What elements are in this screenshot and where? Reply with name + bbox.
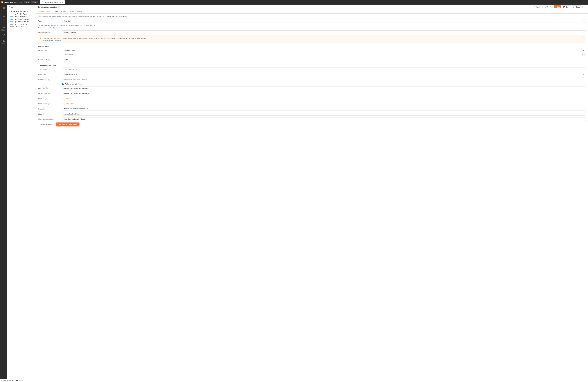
client-id-control [62,97,586,100]
state-control [62,112,586,116]
sidebar-item-apis[interactable]: APIs [0,12,7,18]
share-button[interactable]: 🔗 Share [572,5,581,8]
authorize-browser-label[interactable]: Authorize using browser [65,83,82,85]
alert-close-button[interactable]: ✕ [583,37,585,39]
configure-token-section[interactable]: ▼ Configure New Token [38,64,586,66]
access-token-input[interactable] [62,53,583,56]
tab-tests-label: Tests [70,10,74,12]
learn-more-variables-link[interactable]: Learn more about variables → [42,40,63,42]
console-label: Console [19,380,24,381]
list-item[interactable]: POST refreshToken [7,25,36,28]
list-item[interactable]: GET getRecentCycles [7,23,36,25]
type-label: Type [38,19,61,22]
list-item[interactable]: GET getProfileByToken [7,13,36,15]
sidebar-item-monitors[interactable]: Monitors [0,33,7,39]
scope-control [62,107,586,110]
console-button[interactable]: ⬛ Console [16,380,24,381]
new-button[interactable]: New [24,1,30,3]
scope-label: Scope i [38,107,61,110]
clear-cookies-info-icon: i [51,124,53,126]
add-collection-button[interactable]: + [9,5,10,8]
header-prefix-row: Header Prefix i [38,58,586,61]
tab-pre-request[interactable]: Pre-request Script [52,9,68,13]
token-name-label: Token Name [38,67,61,70]
request-title-area: SampleAppIntegration 🔗 [38,6,60,8]
active-tab[interactable]: 📄 SampleAppIntegra... ✕ [40,0,64,4]
list-item[interactable]: GET getRecentWorkouts [7,21,36,23]
add-tab-button[interactable]: + [65,1,67,3]
tab-variables[interactable]: Variables [75,9,85,13]
access-token-url-control [62,92,586,95]
type-select[interactable]: OAuth 2.0 [62,19,586,23]
fork-button[interactable]: ⑂ Fork 0 [544,6,552,8]
access-token-url-info-icon: i [52,92,54,94]
tab-more-button[interactable]: ... [67,1,69,3]
top-bar: Sample App Integration New Import 📄 Samp… [0,0,588,4]
client-id-input[interactable] [62,97,586,100]
more-button[interactable]: ... [582,6,586,8]
header-prefix-input[interactable] [62,58,586,61]
client-auth-select[interactable]: Send client credentials in body [62,117,586,121]
watch-button[interactable]: 👁 Watch 0 [532,6,543,8]
tab-pre-request-label: Pre-request Script [54,10,66,12]
run-button[interactable]: ▶ Run [554,5,561,8]
tab-tests[interactable]: Tests [68,9,75,13]
import-button[interactable]: Import [31,1,38,3]
endpoint-name: getProfileByToken [15,13,27,15]
request-title-link-icon: 🔗 [58,6,60,8]
tab-authorization[interactable]: Authorization [38,9,52,13]
token-name-control [62,67,586,71]
learn-more-auth-link[interactable]: Learn more about authorization → [38,27,62,29]
auth-notice: This authorization method will be used f… [38,15,586,17]
panel-more-button[interactable]: ··· [32,5,35,8]
state-input[interactable] [62,112,586,116]
list-item[interactable]: GET getRecentRecoveries [7,18,36,21]
tab-close-button[interactable]: ✕ [62,1,63,3]
authorize-browser-checkbox[interactable] [62,83,64,85]
sidebar-item-mock-servers[interactable]: Mock Servers [0,25,7,32]
tab-variables-label: Variables [77,10,84,12]
auth-data-select[interactable]: Request Headers [62,30,586,34]
access-token-label: Access Token [38,49,61,51]
list-item[interactable]: GET getRecentSleeps [7,15,36,18]
collection-header-item[interactable]: ▼ SampleAppIntegration 🔗 [7,10,36,13]
auth-url-control [62,86,586,90]
find-replace-button[interactable]: 🔍 Find and Replace [1,380,15,381]
svg-rect-1 [3,7,5,7]
endpoint-name: getRecentRecoveries [15,18,30,20]
fork-count: 0 [550,6,551,8]
sidebar-item-history[interactable]: History [0,39,7,45]
client-auth-control: Send client credentials in body [62,117,586,121]
callback-url-info-icon: i [48,79,50,81]
client-secret-input[interactable] [62,102,586,105]
available-tokens-select[interactable]: Available Tokens [62,49,586,52]
clear-cookies-button[interactable]: ○ Clear cookies i [38,123,55,126]
client-secret-control [62,102,586,105]
sidebar-item-collections[interactable]: Collections [0,6,7,12]
configure-token-label: Configure New Token [40,64,56,66]
token-refresh-button[interactable]: ⟳ [583,53,586,56]
alert-content: Heads up! These parameters hold sensitiv… [42,37,148,42]
grant-type-control: Authorization Code [62,73,586,76]
callback-url-input[interactable] [62,78,586,81]
filter-collections-button[interactable]: ☰ [11,5,13,8]
more-label: ... [584,6,585,8]
client-secret-info-icon: i [48,103,50,105]
get-new-access-token-button[interactable]: Get New Access Token [56,123,80,127]
sidebar-item-environments[interactable]: Environments [0,19,7,24]
client-auth-label: Client Authentication [38,117,61,120]
configure-section-arrow: ▼ [38,64,40,66]
token-name-row: Token Name [38,67,586,71]
scope-input[interactable] [62,107,586,110]
search-icon: 🔍 [1,380,3,381]
clear-cookies-label: Clear cookies [42,124,51,125]
token-name-input[interactable] [62,67,586,71]
save-button[interactable]: 💾 Save [562,5,571,8]
tab-bar: 📄 SampleAppIntegra... ✕ + ... [40,0,587,4]
access-token-url-input[interactable] [62,92,586,95]
auth-url-input[interactable] [62,86,586,90]
grant-type-select[interactable]: Authorization Code [62,73,586,76]
authorize-browser-row: Authorize using browser [62,83,586,85]
request-title-text: SampleAppIntegration [38,6,58,8]
type-control: OAuth 2.0 [62,19,586,23]
